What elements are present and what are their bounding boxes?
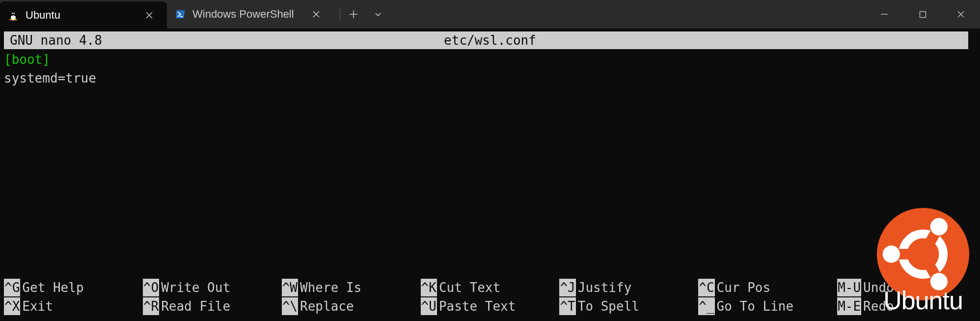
window-titlebar: Ubuntu Windows PowerShell — [0, 0, 980, 29]
close-window-button[interactable] — [942, 0, 980, 29]
shortcut-paste-text: ^U Paste Text — [421, 297, 560, 315]
shortcut-exit: ^X Exit — [4, 297, 143, 315]
config-section-header: [boot] — [4, 50, 976, 69]
titlebar-actions — [334, 0, 389, 29]
tab-title: Windows PowerShell — [192, 8, 301, 21]
config-line: systemd=true — [4, 69, 976, 88]
shortcut-justify: ^J Justify — [559, 279, 698, 296]
nano-app-name: GNU nano 4.8 — [10, 31, 102, 49]
shortcut-read-file: ^R Read File — [143, 297, 282, 315]
shortcut-go-to-line: ^_ Go To Line — [698, 297, 837, 315]
svg-rect-9 — [920, 11, 926, 17]
maximize-button[interactable] — [903, 0, 942, 29]
nano-filename: etc/wsl.conf — [444, 31, 536, 49]
shortcut-where-is: ^W Where Is — [282, 279, 421, 296]
shortcut-undo: M-U Undo — [837, 279, 976, 296]
tab-close-button[interactable] — [308, 6, 324, 22]
new-tab-button[interactable] — [342, 3, 365, 26]
nano-header: GNU nano 4.8 etc/wsl.conf — [4, 31, 968, 49]
nano-shortcut-bar: ^G Get Help ^O Write Out ^W Where Is ^K … — [4, 279, 976, 315]
shortcut-cut-text: ^K Cut Text — [421, 279, 560, 296]
shortcut-write-out: ^O Write Out — [143, 279, 282, 296]
tab-title: Ubuntu — [26, 9, 135, 22]
svg-point-4 — [12, 13, 13, 14]
minimize-button[interactable] — [865, 0, 903, 29]
tab-ubuntu[interactable]: Ubuntu — [0, 1, 167, 29]
tab-powershell[interactable]: Windows PowerShell — [167, 0, 334, 29]
tab-close-button[interactable] — [141, 7, 157, 23]
powershell-icon — [175, 9, 186, 20]
svg-point-5 — [14, 13, 14, 14]
shortcut-to-spell: ^T To Spell — [559, 297, 698, 315]
shortcut-cur-pos: ^C Cur Pos — [698, 279, 837, 296]
svg-point-8 — [11, 15, 15, 19]
tux-icon — [8, 10, 19, 21]
divider — [340, 8, 340, 21]
shortcut-get-help: ^G Get Help — [4, 279, 143, 296]
tab-dropdown-button[interactable] — [367, 3, 389, 26]
shortcut-replace: ^\ Replace — [282, 297, 421, 315]
shortcut-redo: M-E Redo — [837, 297, 976, 315]
terminal-area[interactable]: GNU nano 4.8 etc/wsl.conf [boot] systemd… — [0, 29, 980, 321]
nano-editor-content[interactable]: [boot] systemd=true — [4, 50, 976, 88]
window-controls — [865, 0, 980, 29]
